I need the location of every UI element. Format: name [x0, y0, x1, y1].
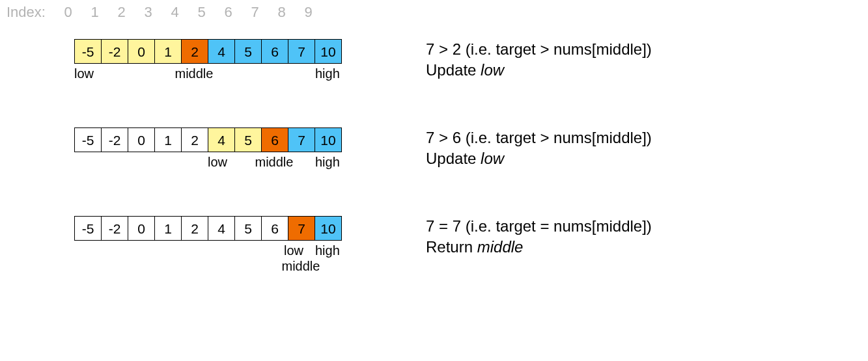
index-value: 3 — [135, 4, 161, 21]
array-block: -5-2012456710lowmiddlehigh — [74, 39, 361, 100]
action-italic: middle — [477, 238, 524, 256]
explanation: 7 > 6 (i.e. target > nums[middle])Update… — [426, 127, 652, 170]
index-header: Index: 0123456789 — [7, 4, 861, 21]
pointer-label-middle: middle — [255, 155, 294, 170]
condition-text: 7 > 6 (i.e. target > nums[middle]) — [426, 127, 652, 148]
array-cell: 4 — [208, 39, 235, 64]
action-italic: low — [481, 61, 504, 79]
array-row: -5-2012456710 — [74, 127, 361, 152]
array-cell: 5 — [235, 127, 262, 152]
array-cell: 2 — [182, 216, 208, 241]
pointer-row: lowhighmiddle — [74, 243, 361, 277]
array-cell: 5 — [235, 39, 262, 64]
step-1: -5-2012456710lowmiddlehigh7 > 2 (i.e. ta… — [7, 39, 861, 100]
array-cell: 1 — [155, 39, 182, 64]
array-cell: 0 — [128, 39, 155, 64]
array-cell: 1 — [155, 216, 182, 241]
array-cell: 2 — [182, 127, 208, 152]
array-row: -5-2012456710 — [74, 216, 361, 241]
array-cell: 6 — [262, 127, 288, 152]
condition-text: 7 = 7 (i.e. target = nums[middle]) — [426, 216, 652, 237]
array-cell: 10 — [315, 127, 342, 152]
array-cell: 7 — [288, 127, 315, 152]
index-value: 4 — [161, 4, 188, 21]
array-cell: 10 — [315, 39, 342, 64]
array-cell: 1 — [155, 127, 182, 152]
index-value: 7 — [242, 4, 268, 21]
pointer-label-low: low — [74, 66, 94, 81]
index-value: 1 — [81, 4, 108, 21]
pointer-row: lowmiddlehigh — [74, 155, 361, 189]
action-text: Update low — [426, 60, 652, 81]
condition-text: 7 > 2 (i.e. target > nums[middle]) — [426, 39, 652, 60]
index-values: 0123456789 — [55, 4, 322, 20]
action-text: Return middle — [426, 237, 652, 258]
array-cell: 6 — [262, 216, 288, 241]
array-cell: -2 — [102, 216, 128, 241]
explanation: 7 > 2 (i.e. target > nums[middle])Update… — [426, 39, 652, 81]
array-cell: 5 — [235, 216, 262, 241]
index-value: 9 — [295, 4, 322, 21]
pointer-label-low: low — [208, 155, 227, 170]
array-block: -5-2012456710lowmiddlehigh — [74, 127, 361, 189]
steps-container: -5-2012456710lowmiddlehigh7 > 2 (i.e. ta… — [7, 39, 861, 277]
array-cell: 2 — [182, 39, 208, 64]
array-cell: -2 — [102, 39, 128, 64]
step-3: -5-2012456710lowhighmiddle7 = 7 (i.e. ta… — [7, 216, 861, 277]
array-cell: -5 — [75, 39, 102, 64]
index-value: 6 — [215, 4, 242, 21]
action-text: Update low — [426, 148, 652, 169]
pointer-label-high: high — [315, 243, 340, 258]
array-cell: 0 — [128, 216, 155, 241]
array-cell: -5 — [75, 216, 102, 241]
array-cell: 10 — [315, 216, 342, 241]
pointer-row: lowmiddlehigh — [74, 66, 361, 100]
pointer-label-middle: middle — [175, 66, 214, 81]
index-value: 5 — [188, 4, 215, 21]
array-cell: 7 — [288, 39, 315, 64]
pointer-label-low: low — [284, 243, 303, 258]
array-cell: 0 — [128, 127, 155, 152]
index-label: Index: — [7, 4, 46, 20]
array-cell: 4 — [208, 216, 235, 241]
pointer-label-middle: middle — [282, 259, 320, 274]
array-cell: 7 — [288, 216, 315, 241]
pointer-label-high: high — [315, 155, 340, 170]
array-cell: 4 — [208, 127, 235, 152]
array-block: -5-2012456710lowhighmiddle — [74, 216, 361, 277]
array-cell: 6 — [262, 39, 288, 64]
pointer-label-high: high — [315, 66, 340, 81]
index-value: 2 — [108, 4, 135, 21]
array-cell: -2 — [102, 127, 128, 152]
index-value: 8 — [268, 4, 295, 21]
array-row: -5-2012456710 — [74, 39, 361, 64]
index-value: 0 — [55, 4, 81, 21]
step-2: -5-2012456710lowmiddlehigh7 > 6 (i.e. ta… — [7, 127, 861, 189]
action-italic: low — [481, 150, 504, 167]
array-cell: -5 — [75, 127, 102, 152]
explanation: 7 = 7 (i.e. target = nums[middle])Return… — [426, 216, 652, 258]
